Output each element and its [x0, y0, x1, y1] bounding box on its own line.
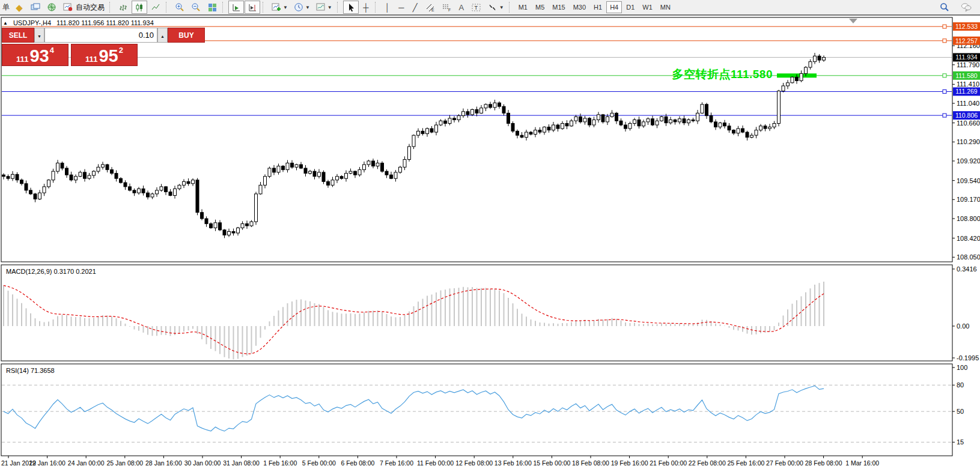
sell-button[interactable]: SELL	[2, 28, 34, 43]
timeframe-d1-button[interactable]: D1	[622, 1, 638, 13]
time-label[interactable]: 13 Feb 16:00	[495, 459, 532, 466]
bar-chart-button[interactable]	[115, 1, 131, 14]
level-handle[interactable]	[943, 113, 946, 117]
horizontal-line-button[interactable]: ─	[395, 1, 408, 14]
candle-body	[372, 161, 375, 166]
time-label[interactable]: 25 Jan 08:00	[106, 459, 143, 466]
time-label[interactable]: 7 Feb 16:00	[380, 459, 413, 466]
chart-canvas[interactable]: 112.160111.790111.410111.040110.660110.2…	[0, 17, 980, 466]
candle-body	[597, 115, 600, 120]
candle-body	[16, 174, 19, 180]
auto-scroll-button[interactable]	[228, 1, 244, 14]
indicators-button[interactable]: ▼	[269, 1, 290, 14]
candle-body	[120, 178, 123, 183]
candle-body	[457, 116, 460, 120]
dropdown-caret-icon: ▼	[283, 5, 288, 10]
time-label[interactable]: 28 Jan 16:00	[145, 459, 182, 466]
time-label[interactable]: 15 Feb 00:00	[533, 459, 570, 466]
crosshair-button[interactable]: ┼	[359, 1, 373, 14]
level-handle[interactable]	[943, 74, 946, 77]
autotrading-button[interactable]: 自动交易	[60, 1, 107, 14]
market-watch-button[interactable]	[44, 1, 59, 14]
time-label[interactable]: 27 Feb 00:00	[766, 459, 803, 466]
equidistant-channel-button[interactable]: E	[422, 1, 438, 14]
time-label[interactable]: 12 Feb 08:00	[455, 459, 493, 466]
buy-price-button[interactable]: 111 95 2	[71, 44, 138, 66]
time-label[interactable]: 28 Feb 08:00	[805, 459, 842, 466]
time-label[interactable]: 31 Jan 08:00	[223, 459, 260, 466]
time-label[interactable]: 1 Mar 16:00	[845, 459, 879, 466]
candle-body	[511, 124, 514, 132]
time-label[interactable]: 1 Feb 16:00	[263, 459, 297, 466]
candle-body	[732, 130, 735, 133]
level-handle[interactable]	[943, 39, 946, 43]
time-label[interactable]: 5 Feb 00:00	[302, 459, 336, 466]
chat-button[interactable]	[958, 1, 974, 14]
level-handle[interactable]	[943, 89, 946, 93]
time-label[interactable]: 22 Jan 16:00	[29, 459, 65, 466]
text-button[interactable]: A	[455, 1, 468, 14]
candle-body	[516, 131, 519, 135]
time-label[interactable]: 25 Feb 16:00	[727, 459, 764, 466]
candle-body	[583, 118, 586, 122]
text-label-button[interactable]: T	[469, 1, 484, 14]
timeframe-w1-button[interactable]: W1	[639, 1, 656, 13]
buy-button[interactable]: BUY	[168, 28, 205, 43]
vertical-line-button[interactable]: │	[381, 1, 394, 14]
periods-button[interactable]: ▼	[291, 1, 312, 14]
new-order-icon-button[interactable]: ◆	[11, 1, 27, 14]
volume-input[interactable]	[44, 28, 157, 43]
zoom-in-button[interactable]	[172, 1, 187, 14]
time-label[interactable]: 30 Jan 00:00	[184, 459, 221, 466]
candle-body	[489, 104, 492, 107]
candlestick-chart-button[interactable]	[132, 1, 147, 14]
timeframe-h1-button[interactable]: H1	[590, 1, 606, 13]
candle-body	[805, 67, 808, 73]
cursor-button[interactable]	[343, 1, 359, 14]
main-pane	[1, 17, 952, 262]
zoom-out-button[interactable]	[188, 1, 204, 14]
timeframe-m30-button[interactable]: M30	[570, 1, 589, 13]
volume-decrease-button[interactable]: ▼	[34, 28, 44, 43]
arrows-button[interactable]: ▼	[485, 1, 507, 14]
timeframe-mn-button[interactable]: MN	[657, 1, 674, 13]
candle-body	[309, 171, 312, 173]
timeframe-h4-button[interactable]: H4	[606, 1, 622, 13]
candle-body	[823, 57, 826, 60]
separator	[263, 2, 266, 13]
tile-windows-button[interactable]	[204, 1, 220, 14]
candle-body	[403, 159, 406, 167]
time-label[interactable]: 24 Jan 00:00	[68, 459, 105, 466]
charts-window-button[interactable]	[28, 1, 43, 14]
time-label[interactable]: 6 Feb 08:00	[341, 459, 374, 466]
candle-body	[133, 190, 136, 193]
timeframe-m5-button[interactable]: M5	[532, 1, 548, 13]
sell-price-button[interactable]: 111 93 4	[2, 44, 68, 66]
new-order-button[interactable]: 单	[1, 1, 11, 14]
candle-body	[570, 121, 573, 126]
candle-body	[471, 109, 474, 115]
zoom-out-icon	[190, 2, 201, 12]
time-label[interactable]: 11 Feb 00:00	[417, 459, 454, 466]
time-label[interactable]: 21 Feb 00:00	[650, 459, 687, 466]
collapse-arrow-icon[interactable]: ▲	[3, 20, 8, 26]
candle-body	[385, 171, 388, 175]
trendline-button[interactable]: ╱	[409, 1, 422, 14]
time-label[interactable]: 19 Feb 16:00	[611, 459, 648, 466]
candle-body	[525, 132, 528, 138]
volume-increase-button[interactable]: ▲	[157, 28, 168, 43]
fibonacci-button[interactable]: F	[439, 1, 454, 14]
timeframe-m15-button[interactable]: M15	[549, 1, 568, 13]
time-label[interactable]: 22 Feb 08:00	[689, 459, 726, 466]
chart-shift-button[interactable]	[245, 1, 260, 14]
candle-body	[719, 123, 722, 127]
templates-button[interactable]: ▼	[313, 1, 335, 14]
candle-body	[814, 56, 817, 61]
rsi-tick-label: 15	[957, 438, 964, 446]
line-chart-button[interactable]	[148, 1, 163, 14]
level-handle[interactable]	[943, 25, 946, 28]
search-button[interactable]	[937, 1, 952, 14]
candle-body	[610, 113, 613, 116]
time-label[interactable]: 18 Feb 08:00	[572, 459, 609, 466]
timeframe-m1-button[interactable]: M1	[515, 1, 531, 13]
